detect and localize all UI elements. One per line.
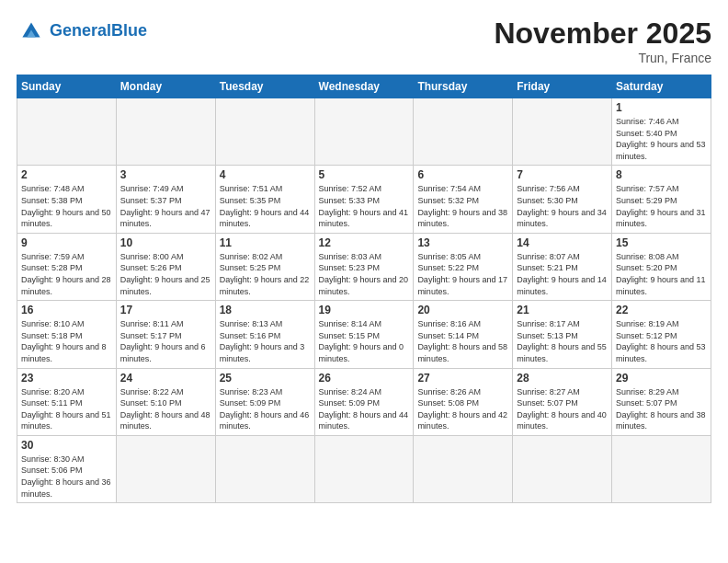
calendar-week-row: 1Sunrise: 7:46 AMSunset: 5:40 PMDaylight…	[17, 98, 711, 166]
calendar-cell	[612, 435, 711, 502]
day-number: 20	[417, 304, 508, 316]
month-title: November 2025	[494, 17, 711, 51]
day-number: 13	[417, 236, 508, 249]
header: GeneralBlue November 2025 Trun, France	[17, 17, 711, 65]
day-number: 8	[616, 168, 707, 181]
day-info: Sunrise: 8:27 AMSunset: 5:07 PMDaylight:…	[517, 386, 608, 432]
calendar-week-row: 9Sunrise: 7:59 AMSunset: 5:28 PMDaylight…	[17, 233, 711, 300]
calendar-cell: 24Sunrise: 8:22 AMSunset: 5:10 PMDayligh…	[116, 368, 215, 435]
generalblue-logo-icon	[17, 17, 46, 46]
day-number: 17	[120, 304, 211, 316]
day-info: Sunrise: 7:54 AMSunset: 5:32 PMDaylight:…	[417, 183, 508, 229]
header-row: Sunday Monday Tuesday Wednesday Thursday…	[17, 75, 711, 98]
logo-blue: Blue	[111, 21, 147, 40]
day-number: 6	[417, 168, 508, 181]
day-number: 9	[21, 236, 112, 249]
location: Trun, France	[494, 51, 711, 65]
title-block: November 2025 Trun, France	[494, 17, 711, 65]
calendar-table: Sunday Monday Tuesday Wednesday Thursday…	[17, 75, 711, 503]
day-info: Sunrise: 7:56 AMSunset: 5:30 PMDaylight:…	[517, 183, 608, 229]
day-number: 30	[21, 439, 112, 452]
day-info: Sunrise: 8:29 AMSunset: 5:07 PMDaylight:…	[616, 386, 707, 432]
col-sunday: Sunday	[17, 75, 117, 98]
day-info: Sunrise: 8:24 AMSunset: 5:09 PMDaylight:…	[319, 386, 410, 432]
calendar-cell: 2Sunrise: 7:48 AMSunset: 5:38 PMDaylight…	[17, 166, 117, 233]
day-info: Sunrise: 7:51 AMSunset: 5:35 PMDaylight:…	[220, 183, 311, 229]
day-number: 5	[319, 168, 410, 181]
day-number: 12	[319, 236, 410, 249]
calendar-cell	[215, 98, 314, 166]
calendar-cell	[116, 435, 215, 502]
calendar-cell: 26Sunrise: 8:24 AMSunset: 5:09 PMDayligh…	[314, 368, 414, 435]
day-number: 14	[517, 236, 608, 249]
day-number: 19	[319, 304, 410, 316]
col-monday: Monday	[116, 75, 215, 98]
day-number: 25	[220, 372, 311, 385]
calendar-cell: 7Sunrise: 7:56 AMSunset: 5:30 PMDaylight…	[513, 166, 612, 233]
day-info: Sunrise: 8:02 AMSunset: 5:25 PMDaylight:…	[220, 251, 311, 297]
day-number: 18	[220, 304, 311, 316]
col-friday: Friday	[513, 75, 612, 98]
day-info: Sunrise: 8:08 AMSunset: 5:20 PMDaylight:…	[616, 251, 707, 297]
calendar-cell	[414, 98, 513, 166]
calendar-cell: 27Sunrise: 8:26 AMSunset: 5:08 PMDayligh…	[414, 368, 513, 435]
calendar-cell: 1Sunrise: 7:46 AMSunset: 5:40 PMDaylight…	[612, 98, 711, 166]
day-info: Sunrise: 8:23 AMSunset: 5:09 PMDaylight:…	[220, 386, 311, 432]
day-number: 27	[417, 372, 508, 385]
page: GeneralBlue November 2025 Trun, France S…	[0, 0, 728, 512]
calendar-cell: 30Sunrise: 8:30 AMSunset: 5:06 PMDayligh…	[17, 435, 117, 502]
calendar-cell: 29Sunrise: 8:29 AMSunset: 5:07 PMDayligh…	[612, 368, 711, 435]
day-number: 4	[220, 168, 311, 181]
day-info: Sunrise: 8:16 AMSunset: 5:14 PMDaylight:…	[417, 318, 508, 364]
calendar-cell	[116, 98, 215, 166]
day-info: Sunrise: 8:07 AMSunset: 5:21 PMDaylight:…	[517, 251, 608, 297]
day-number: 26	[319, 372, 410, 385]
calendar-cell: 12Sunrise: 8:03 AMSunset: 5:23 PMDayligh…	[314, 233, 414, 300]
col-saturday: Saturday	[612, 75, 711, 98]
day-number: 21	[517, 304, 608, 316]
calendar-cell: 23Sunrise: 8:20 AMSunset: 5:11 PMDayligh…	[17, 368, 117, 435]
calendar-cell	[513, 435, 612, 502]
calendar-cell: 9Sunrise: 7:59 AMSunset: 5:28 PMDaylight…	[17, 233, 117, 300]
day-number: 11	[220, 236, 311, 249]
calendar-cell	[215, 435, 314, 502]
calendar-cell	[414, 435, 513, 502]
calendar-cell: 22Sunrise: 8:19 AMSunset: 5:12 PMDayligh…	[612, 301, 711, 368]
calendar-cell: 5Sunrise: 7:52 AMSunset: 5:33 PMDaylight…	[314, 166, 414, 233]
col-thursday: Thursday	[414, 75, 513, 98]
calendar-cell: 16Sunrise: 8:10 AMSunset: 5:18 PMDayligh…	[17, 301, 117, 368]
calendar-cell: 19Sunrise: 8:14 AMSunset: 5:15 PMDayligh…	[314, 301, 414, 368]
day-number: 10	[120, 236, 211, 249]
day-number: 24	[120, 372, 211, 385]
day-number: 22	[616, 304, 707, 316]
day-info: Sunrise: 8:30 AMSunset: 5:06 PMDaylight:…	[21, 454, 112, 500]
day-info: Sunrise: 7:59 AMSunset: 5:28 PMDaylight:…	[21, 251, 112, 297]
day-info: Sunrise: 8:10 AMSunset: 5:18 PMDaylight:…	[21, 318, 112, 364]
logo-general: General	[50, 21, 111, 40]
calendar-cell	[17, 98, 117, 166]
day-number: 1	[616, 101, 707, 114]
day-number: 29	[616, 372, 707, 385]
calendar-cell: 8Sunrise: 7:57 AMSunset: 5:29 PMDaylight…	[612, 166, 711, 233]
day-info: Sunrise: 8:11 AMSunset: 5:17 PMDaylight:…	[120, 318, 211, 364]
calendar-cell: 4Sunrise: 7:51 AMSunset: 5:35 PMDaylight…	[215, 166, 314, 233]
day-number: 7	[517, 168, 608, 181]
day-info: Sunrise: 7:57 AMSunset: 5:29 PMDaylight:…	[616, 183, 707, 229]
calendar-week-row: 30Sunrise: 8:30 AMSunset: 5:06 PMDayligh…	[17, 435, 711, 502]
calendar-cell	[314, 98, 414, 166]
calendar-cell: 18Sunrise: 8:13 AMSunset: 5:16 PMDayligh…	[215, 301, 314, 368]
day-info: Sunrise: 8:22 AMSunset: 5:10 PMDaylight:…	[120, 386, 211, 432]
day-info: Sunrise: 8:13 AMSunset: 5:16 PMDaylight:…	[220, 318, 311, 364]
day-number: 28	[517, 372, 608, 385]
calendar-cell: 13Sunrise: 8:05 AMSunset: 5:22 PMDayligh…	[414, 233, 513, 300]
calendar-cell	[513, 98, 612, 166]
calendar-cell	[314, 435, 414, 502]
day-info: Sunrise: 8:14 AMSunset: 5:15 PMDaylight:…	[319, 318, 410, 364]
calendar-cell: 15Sunrise: 8:08 AMSunset: 5:20 PMDayligh…	[612, 233, 711, 300]
logo: GeneralBlue	[17, 17, 147, 46]
logo-text: GeneralBlue	[50, 22, 147, 40]
calendar-week-row: 2Sunrise: 7:48 AMSunset: 5:38 PMDaylight…	[17, 166, 711, 233]
day-info: Sunrise: 8:05 AMSunset: 5:22 PMDaylight:…	[417, 251, 508, 297]
calendar-cell: 28Sunrise: 8:27 AMSunset: 5:07 PMDayligh…	[513, 368, 612, 435]
day-number: 16	[21, 304, 112, 316]
